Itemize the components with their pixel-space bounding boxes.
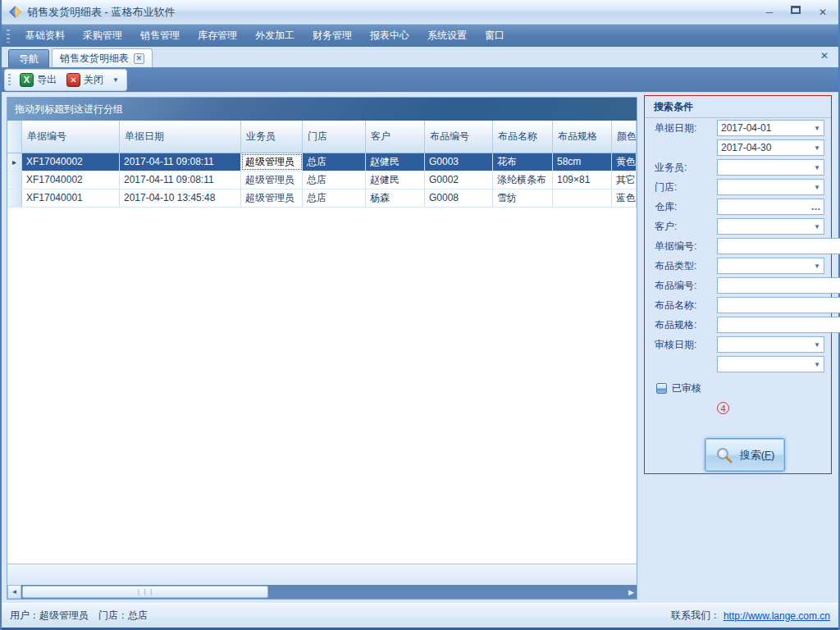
- menu-grip: [7, 30, 10, 43]
- cell[interactable]: 花布: [493, 153, 553, 171]
- field-row-doc-no: 单据编号:: [645, 236, 831, 256]
- tab-sales-delivery-report[interactable]: 销售发货明细表 ✕: [52, 48, 153, 67]
- minimize-button[interactable]: ─: [765, 6, 773, 19]
- tabstrip-close-icon[interactable]: ✕: [820, 50, 829, 62]
- column-header-fabric-name[interactable]: 布品名称: [493, 121, 553, 153]
- menu-item-purchase[interactable]: 采购管理: [74, 25, 131, 47]
- salesman-combo[interactable]: ▼: [717, 159, 824, 176]
- menu-item-finance[interactable]: 财务管理: [304, 25, 361, 47]
- chevron-down-icon[interactable]: ▼: [810, 361, 824, 368]
- group-by-drop-zone[interactable]: 拖动列标题到这进行分组: [7, 98, 637, 121]
- menu-item-settings[interactable]: 系统设置: [418, 25, 476, 47]
- store-combo[interactable]: ▼: [717, 179, 824, 195]
- scrollbar-thumb[interactable]: ❘❘❘: [22, 586, 268, 598]
- audited-checkbox-label: 已审核: [672, 381, 701, 395]
- chevron-down-icon[interactable]: ▼: [810, 262, 824, 270]
- chevron-down-icon[interactable]: ▼: [810, 223, 824, 231]
- cell-focused[interactable]: 超级管理员: [241, 153, 303, 171]
- field-label: 仓库:: [655, 200, 717, 214]
- cell[interactable]: 2017-04-11 09:08:11: [120, 171, 241, 189]
- cell[interactable]: G0003: [425, 153, 493, 171]
- close-dropdown-arrow-icon[interactable]: ▼: [110, 76, 121, 84]
- chevron-down-icon[interactable]: ▼: [810, 341, 824, 349]
- fabric-type-combo[interactable]: ▼: [717, 258, 824, 274]
- cell[interactable]: XF17040002: [22, 153, 120, 171]
- customer-combo[interactable]: ▼: [717, 218, 824, 235]
- column-header-store[interactable]: 门店: [303, 121, 366, 153]
- scroll-right-arrow-icon[interactable]: ▶: [628, 588, 634, 596]
- warehouse-picker[interactable]: …: [717, 199, 824, 215]
- cell[interactable]: 涤纶横条布: [493, 171, 553, 189]
- menu-bar: 基础资料 采购管理 销售管理 库存管理 外发加工 财务管理 报表中心 系统设置 …: [2, 25, 838, 47]
- ellipsis-icon[interactable]: …: [809, 201, 824, 212]
- audited-checkbox[interactable]: [656, 383, 667, 394]
- chevron-down-icon[interactable]: ▼: [810, 164, 824, 171]
- column-header-fabric-spec[interactable]: 布品规格: [553, 121, 612, 153]
- cell[interactable]: XF17040002: [22, 171, 120, 189]
- table-row[interactable]: XF17040002 2017-04-11 09:08:11 超级管理员 总店 …: [7, 171, 637, 189]
- cell[interactable]: 杨森: [366, 189, 425, 207]
- cell[interactable]: 黄色: [612, 153, 637, 171]
- column-header-salesman[interactable]: 业务员: [241, 121, 303, 153]
- search-button[interactable]: 搜索(F): [705, 438, 785, 472]
- chevron-down-icon[interactable]: ▼: [810, 184, 824, 191]
- magnifier-icon: [715, 446, 733, 464]
- website-link[interactable]: http://www.lange.com.cn: [724, 610, 830, 622]
- cell[interactable]: G0008: [425, 189, 493, 207]
- cell[interactable]: 2017-04-10 13:45:48: [120, 189, 241, 207]
- field-row-store: 门店: ▼: [645, 177, 831, 197]
- maximize-button[interactable]: [791, 6, 801, 14]
- fabric-code-input[interactable]: [717, 277, 840, 294]
- cell[interactable]: 超级管理员: [241, 171, 303, 189]
- close-button[interactable]: ✕: [819, 6, 827, 19]
- tab-navigation[interactable]: 导航: [8, 49, 49, 67]
- scroll-left-arrow-icon[interactable]: ◄: [7, 585, 21, 599]
- table-row[interactable]: ▸ XF17040002 2017-04-11 09:08:11 超级管理员 总…: [7, 153, 637, 171]
- tab-close-icon[interactable]: ✕: [134, 53, 144, 64]
- column-header-customer[interactable]: 客户: [366, 121, 425, 153]
- cell[interactable]: 58cm: [553, 153, 612, 171]
- toolbar-panel: X 导出 ✕ 关闭 ▼: [4, 69, 127, 91]
- cell[interactable]: [553, 189, 612, 207]
- cell[interactable]: 总店: [303, 189, 366, 207]
- cell[interactable]: 其它: [612, 171, 637, 189]
- horizontal-scrollbar[interactable]: ◄ ❘❘❘ ▶: [7, 585, 637, 599]
- chevron-down-icon[interactable]: ▼: [810, 144, 824, 152]
- cell[interactable]: 超级管理员: [241, 189, 303, 207]
- column-header-fabric-code[interactable]: 布品编号: [425, 121, 493, 153]
- doc-date-to-combo[interactable]: 2017-04-30 ▼: [717, 139, 824, 156]
- cell[interactable]: 109×81: [553, 171, 612, 189]
- column-header-color[interactable]: 颜色: [612, 121, 637, 153]
- menu-item-base-data[interactable]: 基础资料: [16, 25, 74, 47]
- cell[interactable]: 蓝色: [612, 189, 637, 207]
- field-row-audit-date-from: 审核日期: ▼: [645, 335, 831, 354]
- search-conditions-box: 搜索条件 单据日期: 2017-04-01 ▼ 2017-04-30 ▼: [644, 95, 832, 474]
- menu-item-inventory[interactable]: 库存管理: [189, 25, 246, 47]
- audit-date-to-combo[interactable]: ▼: [717, 356, 824, 372]
- chevron-down-icon[interactable]: ▼: [810, 125, 824, 132]
- column-header-doc-date[interactable]: 单据日期: [120, 121, 241, 153]
- menu-item-sales[interactable]: 销售管理: [131, 25, 189, 47]
- fabric-name-input[interactable]: [717, 297, 840, 313]
- menu-item-outsourcing[interactable]: 外发加工: [246, 25, 304, 47]
- cell[interactable]: 雪纺: [493, 189, 553, 207]
- cell[interactable]: 2017-04-11 09:08:11: [120, 153, 241, 171]
- cell[interactable]: 赵健民: [366, 171, 425, 189]
- close-tab-button[interactable]: ✕ 关闭: [63, 71, 107, 89]
- cell[interactable]: G0002: [425, 171, 493, 189]
- search-button-row: 搜索(F): [645, 418, 831, 472]
- cell[interactable]: 总店: [303, 171, 366, 189]
- table-row[interactable]: XF17040001 2017-04-10 13:45:48 超级管理员 总店 …: [7, 189, 637, 208]
- fabric-spec-input[interactable]: [717, 317, 840, 333]
- export-button[interactable]: X 导出: [16, 71, 60, 89]
- cell[interactable]: XF17040001: [22, 189, 120, 207]
- menu-item-reports[interactable]: 报表中心: [361, 25, 418, 47]
- cell[interactable]: 总店: [303, 153, 366, 171]
- doc-date-from-combo[interactable]: 2017-04-01 ▼: [717, 120, 824, 136]
- audit-date-from-combo[interactable]: ▼: [717, 336, 824, 353]
- column-header-doc-no[interactable]: 单据编号: [22, 121, 120, 153]
- search-panel: 搜索条件 单据日期: 2017-04-01 ▼ 2017-04-30 ▼: [642, 93, 833, 600]
- menu-item-window[interactable]: 窗口: [476, 25, 514, 47]
- cell[interactable]: 赵健民: [366, 153, 425, 171]
- doc-no-input[interactable]: [717, 238, 840, 254]
